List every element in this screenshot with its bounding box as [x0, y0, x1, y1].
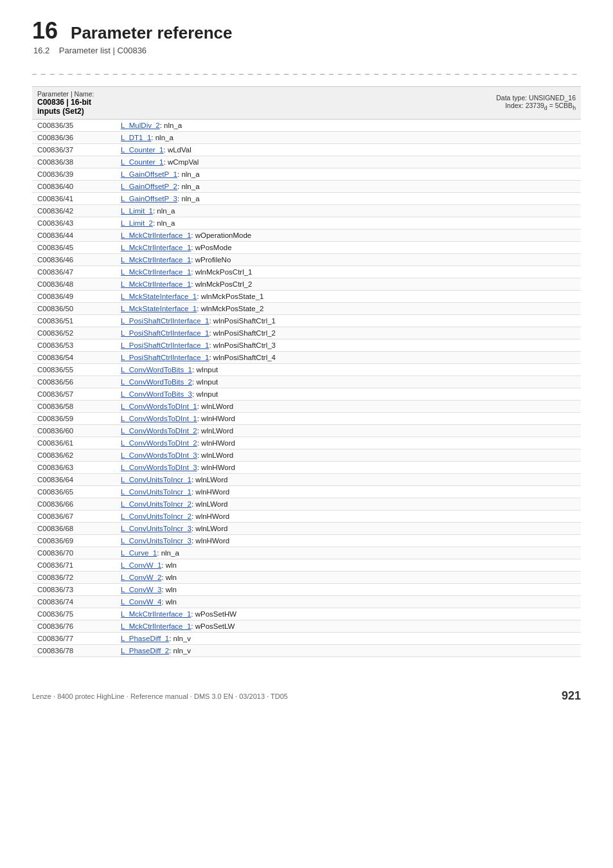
param-link-text[interactable]: L_MckCtrlInterface_1 [121, 244, 191, 251]
param-id-cell: C00836/66 [32, 498, 116, 511]
param-link-text[interactable]: L_Limit_1 [121, 207, 153, 215]
param-link-text[interactable]: L_ConvW_3 [121, 586, 161, 593]
param-link-cell[interactable]: L_MckCtrlInterface_1: wPosMode [116, 242, 581, 254]
param-link-text[interactable]: L_ConvWordToBits_1 [121, 366, 192, 374]
param-link-text[interactable]: L_PosiShaftCtrlInterface_1 [121, 354, 209, 361]
param-link-text[interactable]: L_MckCtrlInterface_1 [121, 622, 191, 630]
param-link-cell[interactable]: L_Counter_1: wCmpVal [116, 156, 581, 168]
param-link-cell[interactable]: L_ConvWordsToDInt_1: wlnHWord [116, 413, 581, 425]
param-link-cell[interactable]: L_ConvUnitsToIncr_1: wlnHWord [116, 486, 581, 498]
param-link-text[interactable]: L_ConvUnitsToIncr_1 [121, 488, 191, 496]
param-link-cell[interactable]: L_MckCtrlInterface_1: wPosSetLW [116, 620, 581, 633]
param-link-text[interactable]: L_MckCtrlInterface_1 [121, 231, 191, 239]
param-link-cell[interactable]: L_ConvW_2: wln [116, 572, 581, 584]
param-link-text[interactable]: L_ConvWordToBits_3 [121, 390, 192, 398]
table-header-row: Parameter | Name: C00836 | 16-bit inputs… [32, 87, 581, 120]
param-link-text[interactable]: L_Counter_1 [121, 158, 164, 166]
param-link-cell[interactable]: L_PosiShaftCtrlInterface_1: wlnPosiShaft… [116, 327, 581, 339]
param-link-cell[interactable]: L_MckCtrlInterface_1: wlnMckPosCtrl_1 [116, 266, 581, 278]
param-link-cell[interactable]: L_MckCtrlInterface_1: wProfileNo [116, 254, 581, 266]
param-link-cell[interactable]: L_ConvUnitsToIncr_2: wlnLWord [116, 498, 581, 511]
param-link-text[interactable]: L_PosiShaftCtrlInterface_1 [121, 341, 209, 349]
param-link-text[interactable]: L_ConvW_4 [121, 598, 161, 606]
param-link-cell[interactable]: L_ConvUnitsToIncr_3: wlnHWord [116, 535, 581, 547]
param-link-suffix: : wln [161, 598, 177, 606]
param-link-cell[interactable]: L_ConvWordsToDInt_3: wlnLWord [116, 449, 581, 462]
param-link-cell[interactable]: L_ConvW_3: wln [116, 584, 581, 596]
param-link-text[interactable]: L_ConvUnitsToIncr_2 [121, 512, 191, 520]
param-link-text[interactable]: L_ConvUnitsToIncr_3 [121, 537, 191, 545]
param-link-cell[interactable]: L_Counter_1: wLdVal [116, 144, 581, 156]
param-link-cell[interactable]: L_MckStateInterface_1: wlnMckPosState_2 [116, 303, 581, 315]
param-link-cell[interactable]: L_GainOffsetP_2: nln_a [116, 181, 581, 193]
param-link-cell[interactable]: L_MckCtrlInterface_1: wOperationMode [116, 230, 581, 242]
param-link-cell[interactable]: L_ConvW_1: wln [116, 559, 581, 572]
param-link-cell[interactable]: L_ConvWordToBits_1: wInput [116, 364, 581, 376]
param-link-text[interactable]: L_ConvWordsToDInt_1 [121, 402, 197, 410]
param-link-cell[interactable]: L_ConvWordsToDInt_2: wlnLWord [116, 425, 581, 437]
param-link-text[interactable]: L_MckCtrlInterface_1 [121, 280, 191, 288]
table-row: C00836/50L_MckStateInterface_1: wlnMckPo… [32, 303, 581, 315]
param-link-text[interactable]: L_ConvUnitsToIncr_3 [121, 525, 191, 532]
param-link-text[interactable]: L_Curve_1 [121, 549, 157, 557]
param-link-text[interactable]: L_ConvWordsToDInt_1 [121, 415, 197, 422]
param-link-cell[interactable]: L_PosiShaftCtrlInterface_1: wlnPosiShaft… [116, 339, 581, 352]
param-link-cell[interactable]: L_MulDiv_2: nln_a [116, 120, 581, 132]
param-link-text[interactable]: L_ConvWordsToDInt_2 [121, 427, 197, 435]
param-link-cell[interactable]: L_DT1_1: nln_a [116, 132, 581, 144]
param-link-cell[interactable]: L_ConvUnitsToIncr_2: wlnHWord [116, 511, 581, 523]
param-link-text[interactable]: L_PhaseDiff_1 [121, 635, 169, 642]
param-link-text[interactable]: L_GainOffsetP_2 [121, 183, 177, 190]
param-link-text[interactable]: L_Limit_2 [121, 219, 153, 227]
param-link-suffix: : wlnHWord [191, 488, 229, 496]
footer-page-number: 921 [562, 689, 581, 703]
param-link-text[interactable]: L_GainOffsetP_3 [121, 195, 177, 203]
param-link-cell[interactable]: L_GainOffsetP_3: nln_a [116, 193, 581, 205]
param-link-text[interactable]: L_MckStateInterface_1 [121, 305, 197, 312]
param-link-text[interactable]: L_ConvWordsToDInt_3 [121, 464, 197, 471]
param-link-cell[interactable]: L_Curve_1: nln_a [116, 547, 581, 559]
param-link-text[interactable]: L_ConvWordsToDInt_3 [121, 451, 197, 459]
param-name-label: Parameter | Name: [37, 90, 94, 98]
param-link-cell[interactable]: L_ConvWordToBits_3: wInput [116, 388, 581, 401]
param-link-text[interactable]: L_MckCtrlInterface_1 [121, 256, 191, 264]
param-link-text[interactable]: L_ConvW_2 [121, 574, 161, 581]
param-link-cell[interactable]: L_GainOffsetP_1: nln_a [116, 168, 581, 181]
param-id-cell: C00836/39 [32, 168, 116, 181]
param-link-text[interactable]: L_PhaseDiff_2 [121, 647, 169, 655]
param-link-text[interactable]: L_MckCtrlInterface_1 [121, 610, 191, 618]
param-id-cell: C00836/77 [32, 633, 116, 645]
param-link-text[interactable]: L_PosiShaftCtrlInterface_1 [121, 329, 209, 337]
section-ref: 16.2 Parameter list | C00836 [33, 46, 581, 55]
param-link-text[interactable]: L_MckCtrlInterface_1 [121, 268, 191, 276]
param-link-text[interactable]: L_ConvWordsToDInt_2 [121, 439, 197, 447]
param-link-text[interactable]: L_ConvWordToBits_2 [121, 378, 192, 386]
param-link-text[interactable]: L_MckStateInterface_1 [121, 293, 197, 300]
param-link-text[interactable]: L_DT1_1 [121, 134, 151, 141]
param-link-cell[interactable]: L_ConvUnitsToIncr_3: wlnLWord [116, 523, 581, 535]
param-link-cell[interactable]: L_ConvWordsToDInt_1: wlnLWord [116, 401, 581, 413]
param-link-cell[interactable]: L_PosiShaftCtrlInterface_1: wlnPosiShaft… [116, 315, 581, 327]
param-link-cell[interactable]: L_ConvWordToBits_2: wInput [116, 376, 581, 388]
param-link-text[interactable]: L_Counter_1 [121, 146, 164, 154]
param-link-cell[interactable]: L_PhaseDiff_2: nln_v [116, 645, 581, 657]
param-link-cell[interactable]: L_ConvUnitsToIncr_1: wlnLWord [116, 474, 581, 486]
param-link-text[interactable]: L_GainOffsetP_1 [121, 170, 177, 178]
param-link-text[interactable]: L_ConvW_1 [121, 561, 161, 569]
param-link-cell[interactable]: L_ConvW_4: wln [116, 596, 581, 608]
param-link-text[interactable]: L_MulDiv_2 [121, 122, 160, 129]
param-link-cell[interactable]: L_ConvWordsToDInt_2: wlnHWord [116, 437, 581, 449]
param-link-cell[interactable]: L_MckCtrlInterface_1: wPosSetHW [116, 608, 581, 620]
param-link-cell[interactable]: L_PosiShaftCtrlInterface_1: wlnPosiShaft… [116, 352, 581, 364]
param-link-cell[interactable]: L_ConvWordsToDInt_3: wlnHWord [116, 462, 581, 474]
table-row: C00836/36L_DT1_1: nln_a [32, 132, 581, 144]
param-link-cell[interactable]: L_PhaseDiff_1: nln_v [116, 633, 581, 645]
param-link-cell[interactable]: L_MckCtrlInterface_1: wlnMckPosCtrl_2 [116, 278, 581, 291]
param-link-text[interactable]: L_PosiShaftCtrlInterface_1 [121, 317, 209, 325]
param-link-suffix: : wlnLWord [197, 451, 233, 459]
param-link-cell[interactable]: L_Limit_2: nln_a [116, 217, 581, 230]
param-link-cell[interactable]: L_Limit_1: nln_a [116, 205, 581, 217]
param-link-text[interactable]: L_ConvUnitsToIncr_2 [121, 500, 191, 508]
param-link-cell[interactable]: L_MckStateInterface_1: wlnMckPosState_1 [116, 291, 581, 303]
param-link-text[interactable]: L_ConvUnitsToIncr_1 [121, 476, 191, 484]
